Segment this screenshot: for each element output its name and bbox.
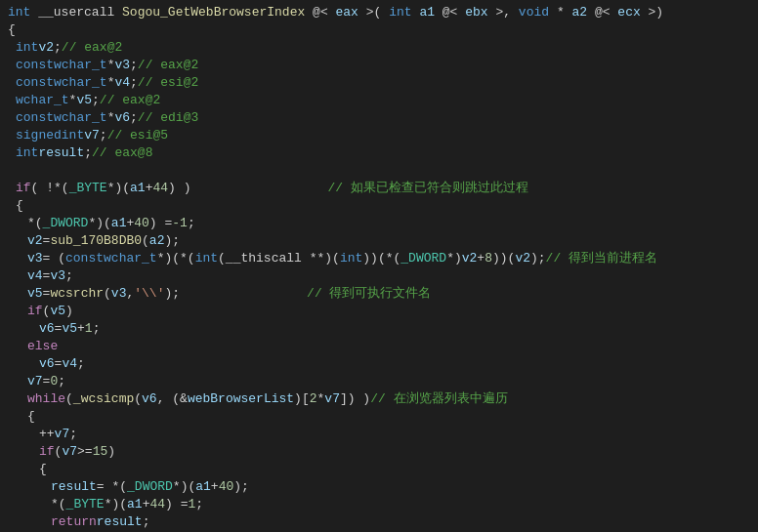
code-line-1: int __usercall Sogou_GetWebBrowserIndex … <box>0 4 758 21</box>
code-line-brace4: { <box>0 461 758 478</box>
code-line-v2-assign: v2 = sub_170B8DB0 ( a2 ); <box>0 232 758 250</box>
func-name: Sogou_GetWebBrowserIndex <box>122 5 305 20</box>
code-line-v4: const wchar_t * v4 ; // esi@2 <box>0 74 758 92</box>
code-line-brace1: { <box>0 21 758 39</box>
code-line-v7-zero: v7 = 0 ; <box>0 373 758 390</box>
code-line-result: int result ; // eax@8 <box>0 144 758 162</box>
code-line-if-v7: if ( v7 >= 15 ) <box>0 443 758 461</box>
code-line-result-assign: result = *( _DWORD *)( a1 + 40 ); <box>0 478 758 496</box>
code-line-byte-assign: *( _BYTE *)( a1 + 44 ) = 1 ; <box>0 496 758 513</box>
code-line-v2: int v2 ; // eax@2 <box>0 39 758 57</box>
code-line-if-v5: if ( v5 ) <box>0 303 758 320</box>
code-container: int __usercall Sogou_GetWebBrowserIndex … <box>0 0 758 532</box>
code-line-while: while ( _wcsicmp ( v6 , (& webBrowserLis… <box>0 390 758 408</box>
code-line-brace2: { <box>0 197 758 215</box>
code-line-if1: if ( !*( _BYTE *)( a1 + 44 ) ) // 如果已检查已… <box>0 180 758 197</box>
code-line-v6-plus1: v6 = v5 + 1 ; <box>0 320 758 338</box>
code-line-v7: signed int v7 ; // esi@5 <box>0 127 758 144</box>
code-line-blank1 <box>0 162 758 180</box>
code-line-return: return result ; <box>0 513 758 531</box>
code-line-v4-assign: v4 = v3 ; <box>0 267 758 285</box>
code-line-brace3: { <box>0 408 758 426</box>
code-line-dword-assign: *( _DWORD *)( a1 + 40 ) = -1 ; <box>0 215 758 232</box>
code-line-inc-v7: ++ v7 ; <box>0 426 758 443</box>
code-line-v6: const wchar_t * v6 ; // edi@3 <box>0 109 758 127</box>
keyword-int: int <box>8 5 30 20</box>
code-line-v5-assign: v5 = wcsrchr ( v3 , '\\' ); // 得到可执行文件名 <box>0 285 758 303</box>
code-line-v3: const wchar_t * v3 ; // eax@2 <box>0 57 758 74</box>
code-line-v6-v4: v6 = v4 ; <box>0 355 758 373</box>
code-line-v5: wchar_t * v5 ; // eax@2 <box>0 92 758 109</box>
code-line-else: else <box>0 338 758 355</box>
code-line-v3-assign: v3 = ( const wchar_t *)(*( int (__thisca… <box>0 250 758 267</box>
